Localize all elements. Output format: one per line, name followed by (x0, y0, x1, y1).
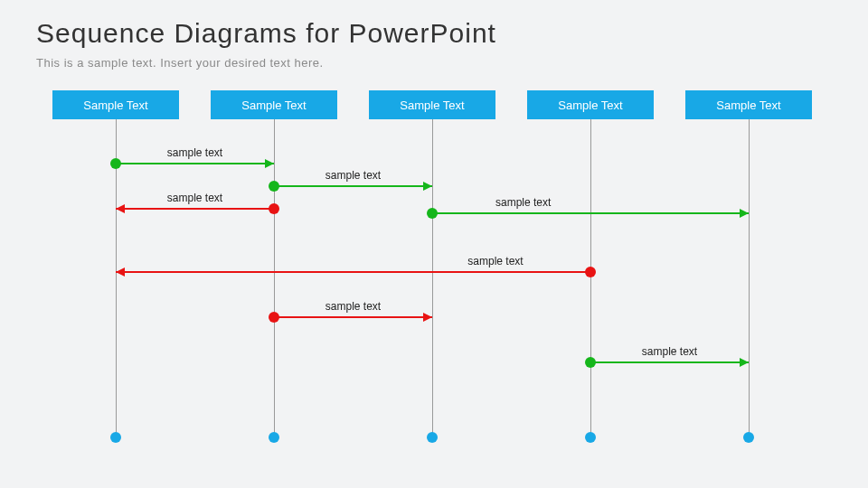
message-arrow: sample text (116, 271, 590, 273)
lifeline (590, 119, 591, 436)
lifeline (432, 119, 433, 436)
lifeline-end-dot (743, 432, 754, 443)
arrowhead-icon (740, 358, 749, 367)
message-label: sample text (467, 255, 523, 267)
message-arrow: sample text (116, 208, 274, 210)
lane-header: Sample Text (369, 90, 495, 119)
message-origin-dot (269, 181, 279, 192)
message-origin-dot (269, 312, 279, 323)
message-arrow: sample text (116, 163, 274, 164)
sequence-diagram: Sample TextSample TextSample TextSample … (52, 90, 821, 470)
lifeline-end-dot (269, 432, 279, 443)
message-arrow: sample text (274, 185, 432, 187)
message-origin-dot (269, 203, 279, 214)
lane-label: Sample Text (716, 99, 780, 112)
message-origin-dot (585, 357, 596, 368)
lane-header: Sample Text (527, 90, 654, 119)
lifeline (749, 119, 750, 436)
lane-label: Sample Text (241, 99, 306, 112)
arrowhead-icon (265, 159, 274, 168)
message-label: sample text (326, 169, 381, 182)
message-origin-dot (427, 208, 438, 219)
lane-label: Sample Text (83, 99, 147, 112)
arrowhead-icon (116, 204, 125, 213)
message-label: sample text (495, 196, 551, 209)
lifeline-end-dot (110, 432, 121, 443)
lane-header: Sample Text (52, 90, 179, 119)
message-label: sample text (326, 300, 381, 313)
message-label: sample text (642, 345, 697, 358)
page-subtitle: This is a sample text. Insert your desir… (36, 56, 324, 70)
arrowhead-icon (423, 182, 432, 191)
lane-label: Sample Text (400, 99, 464, 112)
arrowhead-icon (740, 209, 749, 218)
message-arrow: sample text (274, 316, 432, 318)
arrowhead-icon (423, 313, 432, 322)
page-title: Sequence Diagrams for PowerPoint (36, 18, 496, 49)
lane-label: Sample Text (558, 99, 622, 112)
arrowhead-icon (116, 267, 125, 277)
lane-header: Sample Text (211, 90, 337, 119)
lifeline (274, 119, 275, 436)
lifeline-end-dot (585, 432, 596, 443)
lifeline-end-dot (427, 432, 438, 443)
message-origin-dot (110, 158, 121, 169)
message-origin-dot (585, 267, 596, 277)
message-arrow: sample text (432, 212, 749, 214)
message-label: sample text (167, 192, 222, 204)
message-label: sample text (167, 146, 222, 159)
message-arrow: sample text (590, 361, 749, 363)
lane-header: Sample Text (685, 90, 812, 119)
